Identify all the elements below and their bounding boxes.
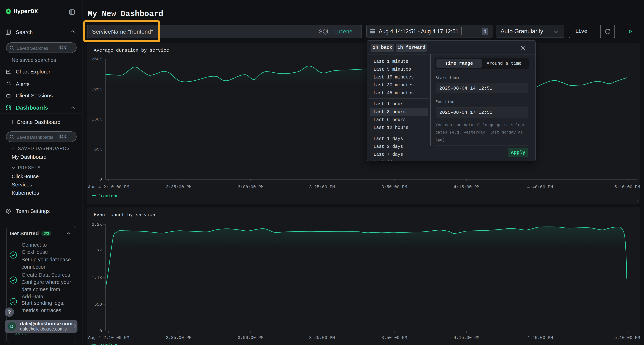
- svg-text:3:00:00 PM: 3:00:00 PM: [238, 335, 264, 340]
- svg-text:3:50:00 PM: 3:50:00 PM: [382, 335, 407, 340]
- svg-text:Aug 4 2:10:00 PM: Aug 4 2:10:00 PM: [88, 185, 129, 189]
- svg-text:4:15:00 PM: 4:15:00 PM: [454, 185, 480, 189]
- svg-text:5:10:00 PM: 5:10:00 PM: [614, 185, 640, 189]
- svg-text:3:50:00 PM: 3:50:00 PM: [382, 185, 407, 189]
- svg-text:1.1K: 1.1K: [92, 276, 102, 280]
- svg-text:5:10:00 PM: 5:10:00 PM: [614, 335, 640, 340]
- svg-text:2.2K: 2.2K: [92, 222, 102, 227]
- svg-text:2:35:00 PM: 2:35:00 PM: [166, 335, 192, 340]
- svg-text:0: 0: [100, 329, 102, 334]
- svg-text:2:35:00 PM: 2:35:00 PM: [166, 185, 192, 189]
- svg-text:0: 0: [100, 177, 102, 182]
- svg-text:4:15:00 PM: 4:15:00 PM: [454, 335, 480, 340]
- svg-text:550: 550: [94, 302, 102, 307]
- svg-text:frontend: frontend: [98, 194, 118, 199]
- svg-text:1.7K: 1.7K: [92, 249, 102, 254]
- svg-text:Average duration by service: Average duration by service: [94, 48, 169, 53]
- svg-text:4:40:00 PM: 4:40:00 PM: [527, 335, 553, 340]
- svg-text:3:00:00 PM: 3:00:00 PM: [238, 185, 264, 189]
- svg-text:Aug 4 2:10:00 PM: Aug 4 2:10:00 PM: [88, 335, 129, 340]
- svg-text:65K: 65K: [94, 147, 102, 152]
- svg-text:4:40:00 PM: 4:40:00 PM: [527, 185, 553, 189]
- svg-text:3:25:00 PM: 3:25:00 PM: [309, 185, 335, 189]
- svg-text:260K: 260K: [92, 57, 102, 62]
- svg-text:Event count by service: Event count by service: [94, 212, 155, 218]
- svg-text:130K: 130K: [92, 117, 102, 122]
- svg-text:3:25:00 PM: 3:25:00 PM: [309, 335, 335, 340]
- svg-text:195K: 195K: [92, 87, 102, 92]
- svg-text:frontend: frontend: [98, 343, 118, 345]
